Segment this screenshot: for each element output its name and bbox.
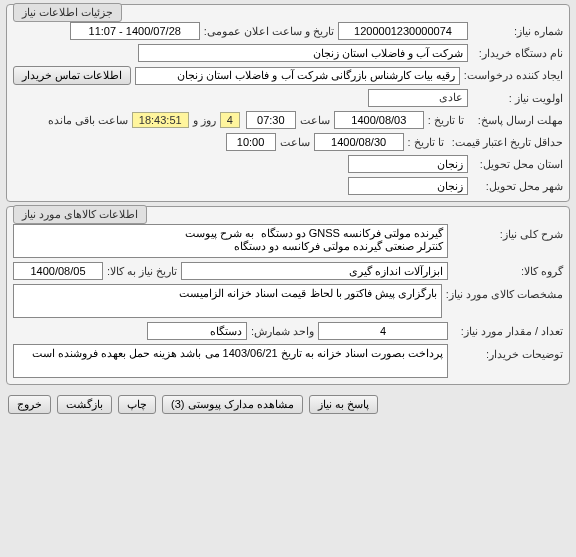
delivery-city-label: شهر محل تحویل: xyxy=(468,180,563,193)
view-attachments-button[interactable]: مشاهده مدارک پیوستی (3) xyxy=(162,395,303,414)
goods-info-panel: اطلاعات کالاهای مورد نیاز شرح کلی نیاز: … xyxy=(6,206,570,385)
priority-label: اولویت نیاز : xyxy=(468,92,563,105)
qty-field[interactable] xyxy=(318,322,448,340)
delivery-prov-label: استان محل تحویل: xyxy=(468,158,563,171)
need-info-panel: جزئیات اطلاعات نیاز شماره نیاز: تاریخ و … xyxy=(6,4,570,202)
need-to-date-field[interactable] xyxy=(13,262,103,280)
to-date-label-2: تا تاریخ : xyxy=(404,136,448,149)
creator-field[interactable] xyxy=(135,67,460,85)
remain-word1: روز و xyxy=(189,114,220,127)
remain-time-badge: 18:43:51 xyxy=(132,112,189,128)
need-to-date-label: تاریخ نیاز به کالا: xyxy=(103,265,181,278)
resp-deadline-label: مهلت ارسال پاسخ: xyxy=(468,114,563,127)
need-no-field[interactable] xyxy=(338,22,468,40)
price-valid-label: حداقل تاریخ اعتبار قیمت: xyxy=(448,136,563,148)
unit-label: واحد شمارش: xyxy=(247,325,318,338)
panel1-title: جزئیات اطلاعات نیاز xyxy=(13,3,122,22)
spec-field[interactable] xyxy=(13,284,442,318)
desc-field[interactable] xyxy=(13,224,448,258)
group-label: گروه کالا: xyxy=(448,265,563,278)
priority-value: عادی xyxy=(368,89,468,107)
remain-word2: ساعت باقی مانده xyxy=(44,114,132,127)
price-time-field[interactable] xyxy=(226,133,276,151)
delivery-prov-field[interactable] xyxy=(348,155,468,173)
public-date-label: تاریخ و ساعت اعلان عمومی: xyxy=(200,25,338,38)
buyer-org-label: نام دستگاه خریدار: xyxy=(468,47,563,60)
remain-days-badge: 4 xyxy=(220,112,240,128)
contact-buyer-button[interactable]: اطلاعات تماس خریدار xyxy=(13,66,131,85)
back-button[interactable]: بازگشت xyxy=(57,395,112,414)
delivery-city-field[interactable] xyxy=(348,177,468,195)
panel2-title: اطلاعات کالاهای مورد نیاز xyxy=(13,205,147,224)
desc-label: شرح کلی نیاز: xyxy=(448,224,563,241)
print-button[interactable]: چاپ xyxy=(118,395,156,414)
footer-bar: پاسخ به نیاز مشاهده مدارک پیوستی (3) چاپ… xyxy=(0,389,576,420)
qty-label: تعداد / مقدار مورد نیاز: xyxy=(448,325,563,338)
resp-date-field[interactable] xyxy=(334,111,424,129)
buyer-note-label: توضیحات خریدار: xyxy=(448,344,563,361)
buyer-note-field[interactable] xyxy=(13,344,448,378)
group-field[interactable] xyxy=(181,262,448,280)
time-label-2: ساعت xyxy=(276,136,314,149)
time-label-1: ساعت xyxy=(296,114,334,127)
need-no-label: شماره نیاز: xyxy=(468,25,563,38)
public-date-field[interactable] xyxy=(70,22,200,40)
to-date-label: تا تاریخ : xyxy=(424,114,468,127)
respond-button[interactable]: پاسخ به نیاز xyxy=(309,395,378,414)
spec-label: مشخصات کالای مورد نیاز: xyxy=(442,284,563,301)
creator-label: ایجاد کننده درخواست: xyxy=(460,69,563,82)
exit-button[interactable]: خروج xyxy=(8,395,51,414)
buyer-org-field[interactable] xyxy=(138,44,468,62)
unit-field[interactable] xyxy=(147,322,247,340)
resp-time-field[interactable] xyxy=(246,111,296,129)
price-date-field[interactable] xyxy=(314,133,404,151)
